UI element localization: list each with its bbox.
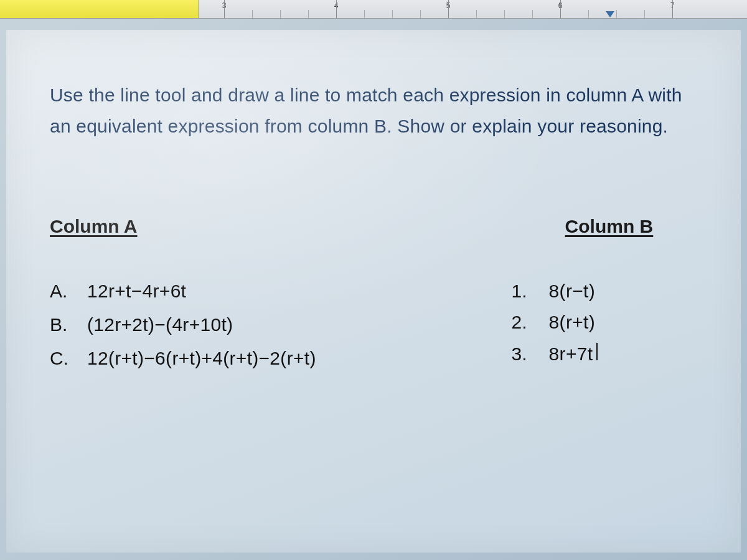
item-label: C. xyxy=(50,348,87,369)
ruler-minor-tick xyxy=(616,10,617,18)
column-a-header: Column A xyxy=(50,216,138,237)
column-a-item: A. 12r+t−4r+6t xyxy=(50,281,396,302)
column-b-item: 2. 8(r+t) xyxy=(512,312,691,333)
column-b-header: Column B xyxy=(565,216,654,237)
column-a-item: C. 12(r+t)−6(r+t)+4(r+t)−2(r+t) xyxy=(50,348,396,369)
ruler-minor-tick xyxy=(532,10,533,18)
ruler-tick xyxy=(224,0,225,18)
item-expression: 8(r−t) xyxy=(549,281,595,302)
ruler-ticks: 3 4 5 6 7 xyxy=(0,0,747,18)
item-label: 2. xyxy=(512,312,549,333)
item-expression: (12r+2t)−(4r+10t) xyxy=(87,314,233,335)
ruler-tick xyxy=(448,0,449,18)
ruler-minor-tick xyxy=(364,10,365,18)
ruler-minor-tick xyxy=(588,10,589,18)
item-expression: 8r+7t xyxy=(549,343,593,365)
item-expression: 12r+t−4r+6t xyxy=(87,281,186,302)
ruler-minor-tick xyxy=(252,10,253,18)
ruler-minor-tick xyxy=(476,10,477,18)
ruler: 3 4 5 6 7 xyxy=(0,0,747,19)
column-a-item: B. (12r+2t)−(4r+10t) xyxy=(50,314,396,335)
item-label: 3. xyxy=(512,343,549,365)
item-label: A. xyxy=(50,281,87,302)
ruler-tick xyxy=(560,0,561,18)
ruler-minor-tick xyxy=(644,10,645,18)
column-b-item: 1. 8(r−t) xyxy=(512,281,691,302)
ruler-tick xyxy=(672,0,673,18)
columns-container: Column A A. 12r+t−4r+6t B. (12r+2t)−(4r+… xyxy=(50,216,697,381)
ruler-marker-icon[interactable] xyxy=(606,11,614,17)
column-a: Column A A. 12r+t−4r+6t B. (12r+2t)−(4r+… xyxy=(50,216,396,381)
document-canvas[interactable]: Use the line tool and draw a line to mat… xyxy=(6,30,741,553)
ruler-minor-tick xyxy=(420,10,421,18)
item-expression: 8(r+t) xyxy=(549,312,595,333)
item-label: B. xyxy=(50,314,87,335)
item-label: 1. xyxy=(512,281,549,302)
text-cursor-icon xyxy=(596,343,598,360)
ruler-minor-tick xyxy=(504,10,505,18)
column-b: Column B 1. 8(r−t) 2. 8(r+t) 3. 8r+7t xyxy=(512,216,691,381)
column-b-item: 3. 8r+7t xyxy=(512,343,691,365)
ruler-minor-tick xyxy=(308,10,309,18)
item-expression: 12(r+t)−6(r+t)+4(r+t)−2(r+t) xyxy=(87,348,316,369)
ruler-tick xyxy=(336,0,337,18)
ruler-minor-tick xyxy=(280,10,281,18)
ruler-minor-tick xyxy=(392,10,393,18)
instruction-text: Use the line tool and draw a line to mat… xyxy=(50,80,697,141)
